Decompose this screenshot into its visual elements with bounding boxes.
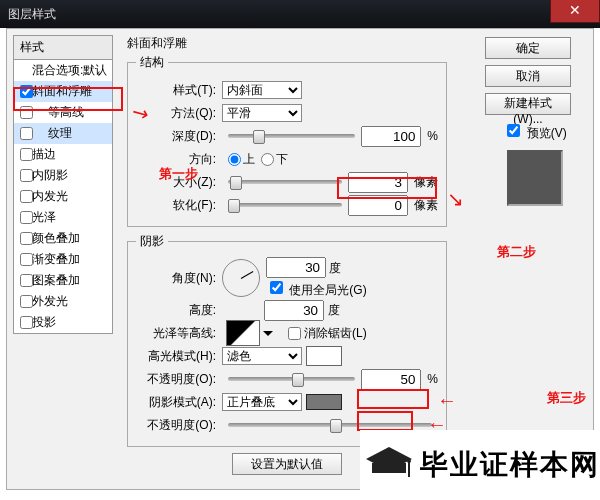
angle-label: 角度(N): <box>136 270 216 287</box>
sidebar-blend-label: 混合选项:默认 <box>32 62 107 79</box>
angle-dial[interactable] <box>222 259 260 297</box>
shadow-color-swatch[interactable] <box>306 394 342 410</box>
patternoverlay-checkbox[interactable] <box>20 274 33 287</box>
highlight-opacity-unit: % <box>427 372 438 386</box>
dropshadow-checkbox[interactable] <box>20 316 33 329</box>
dialog-body: 样式 混合选项:默认 斜面和浮雕 等高线 纹理 描边 内阴影 <box>6 28 594 490</box>
sidebar-item-contour[interactable]: 等高线 <box>14 102 112 123</box>
depth-unit: % <box>427 129 438 143</box>
innershadow-checkbox[interactable] <box>20 169 33 182</box>
style-label: 样式(T): <box>136 82 216 99</box>
svg-rect-1 <box>372 463 406 473</box>
antialias-checkbox[interactable] <box>288 327 301 340</box>
altitude-input[interactable] <box>264 300 324 321</box>
annotation-step3: 第三步 <box>547 389 586 407</box>
sidebar-header: 样式 <box>13 35 113 59</box>
satin-checkbox[interactable] <box>20 211 33 224</box>
sidebar-item-gradientoverlay[interactable]: 渐变叠加 <box>14 249 112 270</box>
close-button[interactable]: ✕ <box>550 0 600 23</box>
size-label: 大小(Z): <box>136 174 216 191</box>
ok-button[interactable]: 确定 <box>485 37 571 59</box>
outerglow-checkbox[interactable] <box>20 295 33 308</box>
sidebar-label-innerglow: 内发光 <box>32 188 68 205</box>
new-style-button[interactable]: 新建样式(W)... <box>485 93 571 115</box>
stroke-checkbox[interactable] <box>20 148 33 161</box>
shadow-legend: 阴影 <box>136 233 168 250</box>
sidebar-item-stroke[interactable]: 描边 <box>14 144 112 165</box>
global-light-checkbox[interactable] <box>270 281 283 294</box>
sidebar-label-outerglow: 外发光 <box>32 293 68 310</box>
preview-checkbox[interactable] <box>507 124 520 137</box>
watermark-text: 毕业证样本网 <box>420 446 600 484</box>
depth-slider[interactable] <box>228 134 355 138</box>
angle-input[interactable] <box>266 257 326 278</box>
preview-label: 预览(V) <box>527 126 567 140</box>
highlight-opacity-slider[interactable] <box>228 377 355 381</box>
preview-row: 预览(V) <box>485 121 585 142</box>
direction-up-label: 上 <box>243 151 255 168</box>
innerglow-checkbox[interactable] <box>20 190 33 203</box>
sidebar-item-coloroverlay[interactable]: 颜色叠加 <box>14 228 112 249</box>
style-sidebar: 样式 混合选项:默认 斜面和浮雕 等高线 纹理 描边 内阴影 <box>13 35 113 334</box>
sidebar-label-coloroverlay: 颜色叠加 <box>32 230 80 247</box>
direction-down-radio[interactable] <box>261 153 274 166</box>
soften-input[interactable] <box>348 195 408 216</box>
right-buttons: 确定 取消 新建样式(W)... 预览(V) <box>485 37 585 214</box>
preview-swatch <box>507 150 563 206</box>
style-select[interactable]: 内斜面 <box>222 81 302 99</box>
sidebar-label-gradientoverlay: 渐变叠加 <box>32 251 80 268</box>
gradientoverlay-checkbox[interactable] <box>20 253 33 266</box>
shadow-mode-select[interactable]: 正片叠底 <box>222 393 302 411</box>
highlight-opacity-label: 不透明度(O): <box>136 371 216 388</box>
sidebar-label-satin: 光泽 <box>32 209 56 226</box>
angle-unit: 度 <box>329 261 341 275</box>
bevel-checkbox[interactable] <box>20 85 33 98</box>
sidebar-item-innerglow[interactable]: 内发光 <box>14 186 112 207</box>
sidebar-blend-options[interactable]: 混合选项:默认 <box>14 60 112 81</box>
soften-label: 软化(F): <box>136 197 216 214</box>
texture-checkbox[interactable] <box>20 127 33 140</box>
highlight-mode-label: 高光模式(H): <box>136 348 216 365</box>
set-default-button[interactable]: 设置为默认值 <box>232 453 342 475</box>
sidebar-item-patternoverlay[interactable]: 图案叠加 <box>14 270 112 291</box>
arrow-icon-2: ↘ <box>447 187 464 211</box>
method-select[interactable]: 平滑 <box>222 104 302 122</box>
sidebar-list: 混合选项:默认 斜面和浮雕 等高线 纹理 描边 内阴影 内发光 光泽 <box>13 59 113 334</box>
sidebar-item-satin[interactable]: 光泽 <box>14 207 112 228</box>
shadow-opacity-slider[interactable] <box>228 423 432 427</box>
altitude-unit: 度 <box>328 302 340 319</box>
global-light-label: 使用全局光(G) <box>289 283 366 297</box>
sidebar-item-innershadow[interactable]: 内阴影 <box>14 165 112 186</box>
sidebar-item-texture[interactable]: 纹理 <box>14 123 112 144</box>
coloroverlay-checkbox[interactable] <box>20 232 33 245</box>
sidebar-item-dropshadow[interactable]: 投影 <box>14 312 112 333</box>
contour-checkbox[interactable] <box>20 106 33 119</box>
depth-label: 深度(D): <box>136 128 216 145</box>
graduation-cap-icon <box>364 443 414 487</box>
size-slider[interactable] <box>228 180 342 184</box>
highlight-opacity-input[interactable] <box>361 369 421 390</box>
shadow-group: 阴影 角度(N): 度 使用全局光(G) 高度: 度 光泽等高线: 消除锯齿(L… <box>127 233 447 447</box>
highlight-color-swatch[interactable] <box>306 346 342 366</box>
cancel-button[interactable]: 取消 <box>485 65 571 87</box>
sidebar-item-bevel[interactable]: 斜面和浮雕 <box>14 81 112 102</box>
altitude-label: 高度: <box>136 302 216 319</box>
highlight-mode-select[interactable]: 滤色 <box>222 347 302 365</box>
antialias-label: 消除锯齿(L) <box>304 325 367 342</box>
soften-unit: 像素 <box>414 197 438 214</box>
direction-up-radio[interactable] <box>228 153 241 166</box>
soften-slider[interactable] <box>228 203 342 207</box>
depth-input[interactable] <box>361 126 421 147</box>
watermark-logo: 毕业证样本网 <box>360 430 600 500</box>
method-label: 方法(Q): <box>136 105 216 122</box>
size-input[interactable] <box>348 172 408 193</box>
gloss-label: 光泽等高线: <box>136 325 216 342</box>
structure-legend: 结构 <box>136 54 168 71</box>
sidebar-label-texture: 纹理 <box>48 125 72 142</box>
sidebar-item-outerglow[interactable]: 外发光 <box>14 291 112 312</box>
gloss-contour-picker[interactable] <box>226 320 260 346</box>
window-title: 图层样式 <box>8 6 56 23</box>
shadow-mode-label: 阴影模式(A): <box>136 394 216 411</box>
sidebar-label-dropshadow: 投影 <box>32 314 56 331</box>
sidebar-label-contour: 等高线 <box>48 104 84 121</box>
